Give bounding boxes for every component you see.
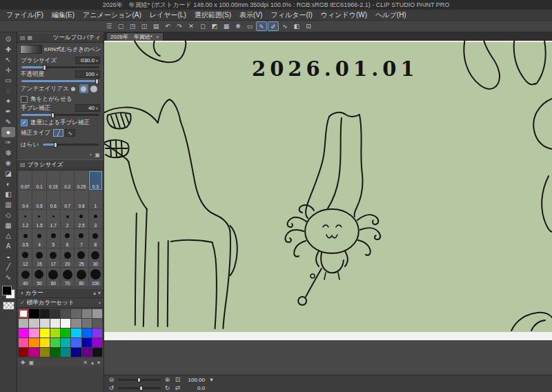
zoom-slider[interactable] xyxy=(118,379,161,381)
speed-stabilization-checkbox[interactable]: ✓ xyxy=(21,119,28,126)
menu-item[interactable]: ヘルプ(H) xyxy=(371,10,411,20)
color-swatch[interactable] xyxy=(19,319,28,328)
balloon-tool-icon[interactable]: ◒ xyxy=(1,251,15,262)
move-canvas-tool-icon[interactable]: ✚ xyxy=(1,44,15,55)
chevron-down-icon[interactable]: ▾ xyxy=(99,300,101,305)
eyedropper-tool-icon[interactable]: ✦ xyxy=(1,96,15,106)
color-swatch[interactable] xyxy=(40,329,50,337)
text-tool-icon[interactable]: A xyxy=(1,241,15,251)
brush-size-cell[interactable]: 5 xyxy=(47,229,60,248)
eraser-tool-icon[interactable]: ◪ xyxy=(1,168,15,179)
brush-size-cell[interactable]: 0.8 xyxy=(75,190,88,209)
color-swatch[interactable] xyxy=(71,348,81,357)
menu-item[interactable]: 選択範囲(S) xyxy=(190,10,235,20)
main-color-swatch[interactable] xyxy=(2,286,12,295)
flip-horizontal-icon[interactable]: ⇄ xyxy=(174,384,181,391)
color-swatch[interactable] xyxy=(40,319,50,328)
opacity-slider[interactable] xyxy=(21,80,99,82)
airbrush-tool-icon[interactable]: ❆ xyxy=(1,148,15,158)
brush-size-cell[interactable]: 1.2 xyxy=(19,210,32,228)
brush-size-cell[interactable]: 4 xyxy=(32,229,46,248)
close-icon[interactable]: × xyxy=(156,34,159,40)
color-swatch[interactable] xyxy=(71,338,81,347)
brush-size-value[interactable]: 030.0 ▾ xyxy=(75,57,100,64)
register-icon[interactable]: ▣ xyxy=(95,152,100,158)
menu-item[interactable]: フィルター(I) xyxy=(266,10,316,20)
brush-size-cell[interactable]: 3.5 xyxy=(19,229,32,248)
snap-curve-icon[interactable]: ∿ xyxy=(279,21,290,31)
clear-icon[interactable]: ◻ xyxy=(197,21,208,31)
brush-size-cell[interactable]: 0.2 xyxy=(61,171,74,190)
chevron-down-icon[interactable]: ▾ xyxy=(96,72,98,77)
brush-size-cell[interactable]: 80 xyxy=(75,268,88,286)
line-correction-tool-icon[interactable]: ∿ xyxy=(1,272,15,282)
color-swatch[interactable] xyxy=(82,309,92,318)
fit-screen-icon[interactable]: ⊡ xyxy=(174,376,181,383)
brush-size-cell[interactable]: 50 xyxy=(32,268,46,286)
grid-icon[interactable]: ▦ xyxy=(221,21,232,31)
menu-item[interactable]: ファイル(F) xyxy=(2,10,48,20)
zoom-out-icon[interactable]: ⊖ xyxy=(108,376,115,383)
brush-size-cell[interactable]: 0.25 xyxy=(75,171,88,190)
brush-size-cell[interactable]: 0.07 xyxy=(19,171,32,190)
scroll-up-icon[interactable]: ▴ xyxy=(91,360,94,366)
brush-size-cell[interactable]: 17 xyxy=(47,248,60,267)
selection-tool-icon[interactable]: ▭ xyxy=(1,75,15,86)
color-set-selector[interactable]: ✓ 標準カラーセット ▾ xyxy=(17,298,103,308)
brush-size-cell[interactable]: 20 xyxy=(61,248,74,267)
figure-tool-icon[interactable]: ◇ xyxy=(1,210,15,220)
color-swatch[interactable] xyxy=(50,338,60,347)
color-swatch[interactable] xyxy=(61,329,70,337)
brush-size-cell[interactable]: 7 xyxy=(75,229,88,248)
rotate-ccw-icon[interactable]: ↺ xyxy=(108,384,115,391)
color-swatch[interactable] xyxy=(40,338,50,347)
delete-swatch-icon[interactable]: ✕ xyxy=(83,360,88,366)
brush-size-cell[interactable]: 0.3 xyxy=(89,171,102,190)
stabilization-value[interactable]: 40 ▾ xyxy=(75,104,100,112)
brush-size-cell[interactable]: 3 xyxy=(89,210,102,228)
color-swatch[interactable] xyxy=(71,309,81,318)
panel-menu-icon[interactable]: ▤ xyxy=(20,161,26,168)
rotation-slider[interactable] xyxy=(118,387,161,389)
color-swatch[interactable] xyxy=(50,348,60,357)
blend-tool-icon[interactable]: ◐ xyxy=(1,179,15,189)
export-icon[interactable]: ▤ xyxy=(150,21,161,31)
brush-size-cell[interactable]: 60 xyxy=(47,268,60,286)
collapse-up-icon[interactable]: ▴ xyxy=(93,290,96,296)
color-swatch[interactable] xyxy=(82,329,92,337)
register-swatch-icon[interactable]: ▣ xyxy=(29,360,34,366)
menu-item[interactable]: アニメーション(A) xyxy=(79,10,146,20)
brush-size-slider[interactable] xyxy=(21,66,99,68)
menu-item[interactable]: ウィンドウ(W) xyxy=(317,10,371,20)
color-swatch[interactable] xyxy=(40,309,50,318)
fill-tool-icon[interactable]: ◧ xyxy=(1,189,15,199)
fit-view-icon[interactable]: ⊡ xyxy=(303,21,314,31)
color-swatch[interactable] xyxy=(29,329,39,337)
color-swatch[interactable] xyxy=(29,338,39,347)
zoom-in-icon[interactable]: ⊕ xyxy=(164,376,171,383)
menu-item[interactable]: レイヤー(L) xyxy=(146,10,190,20)
decoration-tool-icon[interactable]: ❀ xyxy=(1,158,15,168)
correction-type-curve[interactable]: ∿ xyxy=(65,129,75,137)
brush-size-cell[interactable]: 0.4 xyxy=(19,190,32,209)
brush-size-cell[interactable]: 0.15 xyxy=(47,171,60,190)
color-swatch[interactable] xyxy=(92,348,102,357)
scroll-down-icon[interactable]: ▾ xyxy=(97,360,100,366)
color-swatch[interactable] xyxy=(40,348,50,357)
color-swatch[interactable] xyxy=(71,329,81,337)
harai-slider[interactable] xyxy=(43,144,99,146)
brush-size-cell[interactable]: 2.5 xyxy=(75,210,88,228)
correction-type-stroke[interactable]: ╱ xyxy=(53,129,63,137)
color-swatch[interactable] xyxy=(61,338,70,347)
new-canvas-icon[interactable]: ▢ xyxy=(115,21,126,31)
brush-size-cell[interactable]: 25 xyxy=(75,248,88,267)
brush-size-cell[interactable]: 40 xyxy=(19,268,32,286)
color-swatch[interactable] xyxy=(71,319,81,328)
frame-border-tool-icon[interactable]: ▦ xyxy=(1,220,15,231)
menu-item[interactable]: 表示(V) xyxy=(235,10,266,20)
selection-launcher-icon[interactable]: ▭ xyxy=(244,21,255,31)
chevron-down-icon[interactable]: ▾ xyxy=(96,58,98,63)
gradient-tool-icon[interactable]: ▥ xyxy=(1,199,15,210)
material-icon[interactable]: ◧ xyxy=(291,21,302,31)
color-panel-title[interactable]: カラー xyxy=(26,289,43,297)
